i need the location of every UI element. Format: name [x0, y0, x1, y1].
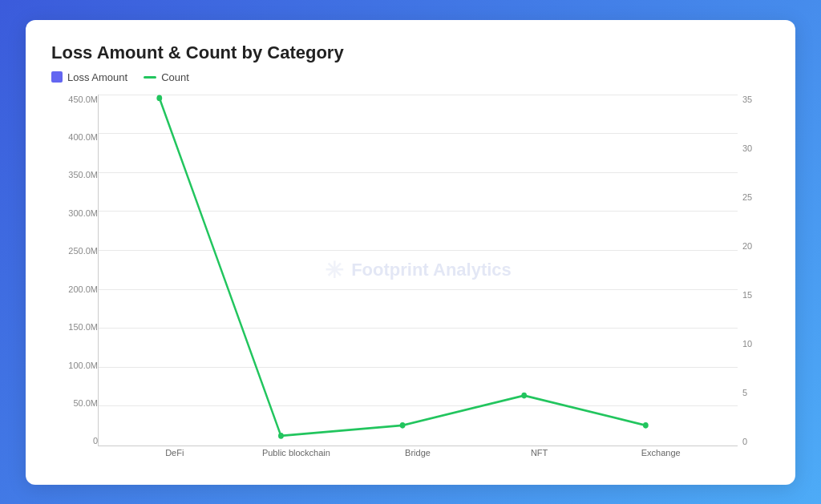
- y-left-label-3: 300.0M: [68, 208, 98, 218]
- chart-area: 450.0M 400.0M 350.0M 300.0M 250.0M 200.0…: [51, 95, 770, 469]
- chart-legend: Loss Amount Count: [51, 71, 770, 83]
- chart-plot-area: ✳ Footprint Analytics: [98, 95, 738, 446]
- y-left-label-1: 400.0M: [68, 132, 98, 142]
- y-axis-left: 450.0M 400.0M 350.0M 300.0M 250.0M 200.0…: [51, 95, 98, 469]
- legend-item-loss: Loss Amount: [51, 71, 127, 83]
- y-right-label-4: 15: [742, 290, 752, 300]
- chart-title: Loss Amount & Count by Category: [51, 42, 770, 63]
- y-left-label-0: 450.0M: [68, 95, 98, 104]
- legend-label-count: Count: [161, 71, 189, 83]
- legend-box-loss: [51, 71, 63, 83]
- y-axis-right: 35 30 25 20 15 10 5 0: [738, 95, 770, 469]
- chart-card: Loss Amount & Count by Category Loss Amo…: [26, 20, 795, 485]
- y-left-label-5: 200.0M: [68, 284, 98, 294]
- x-axis-labels: DeFi Public blockchain Bridge NFT Exchan…: [98, 448, 738, 469]
- legend-item-count: Count: [144, 71, 189, 83]
- y-left-label-6: 150.0M: [68, 322, 98, 332]
- y-right-label-2: 25: [742, 192, 752, 202]
- y-right-label-1: 30: [742, 143, 752, 153]
- x-label-bridge: Bridge: [357, 448, 479, 458]
- legend-label-loss: Loss Amount: [67, 71, 127, 83]
- y-left-label-7: 100.0M: [68, 361, 98, 370]
- bars-container: [99, 95, 738, 446]
- y-right-label-5: 10: [742, 339, 752, 349]
- legend-line-count: [144, 76, 156, 79]
- y-left-label-8: 50.0M: [73, 398, 98, 408]
- y-left-label-2: 350.0M: [68, 170, 98, 179]
- y-left-label-4: 250.0M: [68, 246, 98, 256]
- x-label-nft: NFT: [479, 448, 601, 458]
- x-label-defi: DeFi: [114, 448, 236, 458]
- y-right-label-0: 35: [742, 95, 752, 104]
- y-right-label-3: 20: [742, 241, 752, 251]
- x-label-public: Public blockchain: [236, 448, 358, 458]
- y-right-label-6: 5: [742, 388, 747, 397]
- x-label-exchange: Exchange: [600, 448, 722, 458]
- y-right-label-7: 0: [742, 437, 747, 446]
